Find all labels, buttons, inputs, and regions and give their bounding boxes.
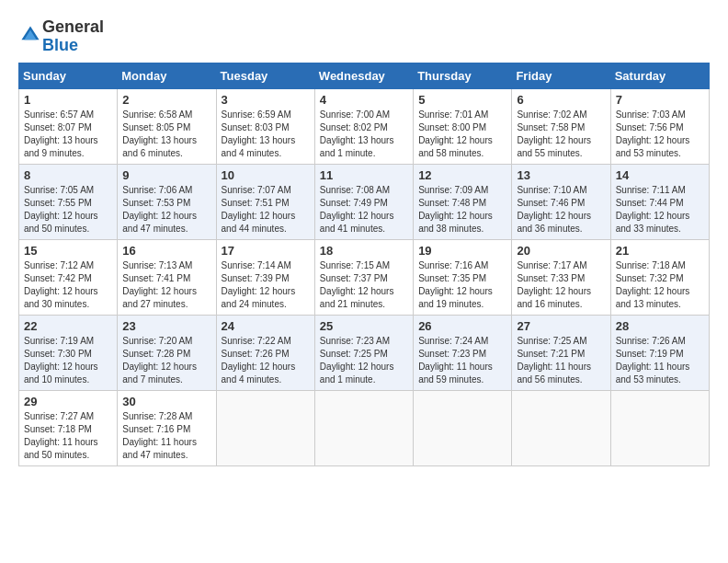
day-info: Sunrise: 6:58 AM Sunset: 8:05 PM Dayligh… (122, 109, 210, 160)
day-number: 23 (122, 319, 210, 333)
day-info: Sunrise: 7:03 AM Sunset: 7:56 PM Dayligh… (616, 109, 704, 160)
calendar-cell: 10Sunrise: 7:07 AM Sunset: 7:51 PM Dayli… (216, 164, 314, 239)
calendar-cell: 19Sunrise: 7:16 AM Sunset: 7:35 PM Dayli… (414, 239, 512, 315)
day-info: Sunrise: 7:08 AM Sunset: 7:49 PM Dayligh… (320, 184, 408, 236)
day-number: 11 (320, 168, 408, 182)
weekday-header-wednesday: Wednesday (314, 63, 413, 88)
day-number: 10 (222, 168, 310, 182)
weekday-header-row: SundayMondayTuesdayWednesdayThursdayFrid… (19, 63, 710, 88)
calendar-cell (216, 390, 314, 465)
weekday-header-thursday: Thursday (414, 63, 512, 88)
day-info: Sunrise: 7:28 AM Sunset: 7:16 PM Dayligh… (122, 410, 210, 462)
page-header: General Blue (18, 18, 710, 55)
day-info: Sunrise: 7:09 AM Sunset: 7:48 PM Dayligh… (418, 184, 506, 236)
day-info: Sunrise: 7:24 AM Sunset: 7:23 PM Dayligh… (418, 335, 506, 386)
day-info: Sunrise: 7:27 AM Sunset: 7:18 PM Dayligh… (24, 410, 112, 462)
calendar-cell: 5Sunrise: 7:01 AM Sunset: 8:00 PM Daylig… (414, 88, 512, 164)
calendar-week-row: 15Sunrise: 7:12 AM Sunset: 7:42 PM Dayli… (19, 239, 710, 315)
day-number: 3 (222, 93, 310, 107)
calendar-cell (610, 390, 709, 465)
day-info: Sunrise: 7:11 AM Sunset: 7:44 PM Dayligh… (616, 184, 704, 236)
day-number: 13 (517, 168, 605, 182)
day-info: Sunrise: 7:12 AM Sunset: 7:42 PM Dayligh… (24, 259, 112, 311)
day-number: 14 (616, 168, 704, 182)
day-info: Sunrise: 6:57 AM Sunset: 8:07 PM Dayligh… (24, 109, 112, 160)
calendar-week-row: 8Sunrise: 7:05 AM Sunset: 7:55 PM Daylig… (19, 164, 710, 239)
weekday-header-sunday: Sunday (19, 63, 118, 88)
calendar-cell (314, 390, 413, 465)
calendar-cell: 15Sunrise: 7:12 AM Sunset: 7:42 PM Dayli… (19, 239, 118, 315)
calendar-cell: 20Sunrise: 7:17 AM Sunset: 7:33 PM Dayli… (512, 239, 610, 315)
day-number: 18 (320, 244, 408, 258)
calendar-cell: 3Sunrise: 6:59 AM Sunset: 8:03 PM Daylig… (216, 88, 314, 164)
weekday-header-tuesday: Tuesday (216, 63, 314, 88)
day-number: 16 (122, 244, 210, 258)
calendar-cell: 26Sunrise: 7:24 AM Sunset: 7:23 PM Dayli… (414, 315, 512, 390)
day-number: 7 (616, 93, 704, 107)
day-number: 30 (122, 395, 210, 408)
calendar-week-row: 22Sunrise: 7:19 AM Sunset: 7:30 PM Dayli… (19, 315, 710, 390)
day-info: Sunrise: 7:14 AM Sunset: 7:39 PM Dayligh… (222, 259, 310, 311)
logo: General Blue (18, 18, 104, 55)
calendar-cell: 18Sunrise: 7:15 AM Sunset: 7:37 PM Dayli… (314, 239, 413, 315)
day-number: 17 (222, 244, 310, 258)
day-number: 6 (517, 93, 605, 107)
day-number: 12 (418, 168, 506, 182)
day-info: Sunrise: 7:26 AM Sunset: 7:19 PM Dayligh… (616, 335, 704, 386)
day-info: Sunrise: 7:10 AM Sunset: 7:46 PM Dayligh… (517, 184, 605, 236)
day-number: 26 (418, 319, 506, 333)
calendar-week-row: 1Sunrise: 6:57 AM Sunset: 8:07 PM Daylig… (19, 88, 710, 164)
day-number: 15 (24, 244, 112, 258)
calendar-cell: 12Sunrise: 7:09 AM Sunset: 7:48 PM Dayli… (414, 164, 512, 239)
day-number: 20 (517, 244, 605, 258)
calendar-cell: 2Sunrise: 6:58 AM Sunset: 8:05 PM Daylig… (118, 88, 216, 164)
calendar-cell: 17Sunrise: 7:14 AM Sunset: 7:39 PM Dayli… (216, 239, 314, 315)
day-info: Sunrise: 7:16 AM Sunset: 7:35 PM Dayligh… (418, 259, 506, 311)
day-info: Sunrise: 7:05 AM Sunset: 7:55 PM Dayligh… (24, 184, 112, 236)
day-number: 28 (616, 319, 704, 333)
calendar-week-row: 29Sunrise: 7:27 AM Sunset: 7:18 PM Dayli… (19, 390, 710, 465)
day-info: Sunrise: 7:20 AM Sunset: 7:28 PM Dayligh… (122, 335, 210, 386)
calendar-cell: 30Sunrise: 7:28 AM Sunset: 7:16 PM Dayli… (118, 390, 216, 465)
calendar-cell: 27Sunrise: 7:25 AM Sunset: 7:21 PM Dayli… (512, 315, 610, 390)
calendar-cell: 14Sunrise: 7:11 AM Sunset: 7:44 PM Dayli… (610, 164, 709, 239)
calendar-cell: 4Sunrise: 7:00 AM Sunset: 8:02 PM Daylig… (314, 88, 413, 164)
calendar-cell: 21Sunrise: 7:18 AM Sunset: 7:32 PM Dayli… (610, 239, 709, 315)
day-number: 9 (122, 168, 210, 182)
day-info: Sunrise: 7:00 AM Sunset: 8:02 PM Dayligh… (320, 109, 408, 160)
calendar-cell: 11Sunrise: 7:08 AM Sunset: 7:49 PM Dayli… (314, 164, 413, 239)
day-info: Sunrise: 7:22 AM Sunset: 7:26 PM Dayligh… (222, 335, 310, 386)
day-number: 8 (24, 168, 112, 182)
calendar-cell: 23Sunrise: 7:20 AM Sunset: 7:28 PM Dayli… (118, 315, 216, 390)
logo-text-general: General (42, 18, 104, 37)
day-number: 1 (24, 93, 112, 107)
day-info: Sunrise: 7:18 AM Sunset: 7:32 PM Dayligh… (616, 259, 704, 311)
logo-icon (20, 25, 40, 45)
calendar-cell (512, 390, 610, 465)
calendar-cell: 1Sunrise: 6:57 AM Sunset: 8:07 PM Daylig… (19, 88, 118, 164)
calendar-cell: 8Sunrise: 7:05 AM Sunset: 7:55 PM Daylig… (19, 164, 118, 239)
logo-text-blue: Blue (42, 37, 104, 55)
day-number: 24 (222, 319, 310, 333)
weekday-header-friday: Friday (512, 63, 610, 88)
calendar-cell: 6Sunrise: 7:02 AM Sunset: 7:58 PM Daylig… (512, 88, 610, 164)
day-info: Sunrise: 6:59 AM Sunset: 8:03 PM Dayligh… (222, 109, 310, 160)
day-info: Sunrise: 7:13 AM Sunset: 7:41 PM Dayligh… (122, 259, 210, 311)
weekday-header-saturday: Saturday (610, 63, 709, 88)
day-info: Sunrise: 7:19 AM Sunset: 7:30 PM Dayligh… (24, 335, 112, 386)
day-number: 4 (320, 93, 408, 107)
calendar-table: SundayMondayTuesdayWednesdayThursdayFrid… (18, 63, 710, 466)
day-info: Sunrise: 7:06 AM Sunset: 7:53 PM Dayligh… (122, 184, 210, 236)
day-number: 22 (24, 319, 112, 333)
calendar-cell: 9Sunrise: 7:06 AM Sunset: 7:53 PM Daylig… (118, 164, 216, 239)
calendar-cell: 16Sunrise: 7:13 AM Sunset: 7:41 PM Dayli… (118, 239, 216, 315)
calendar-cell: 24Sunrise: 7:22 AM Sunset: 7:26 PM Dayli… (216, 315, 314, 390)
day-info: Sunrise: 7:01 AM Sunset: 8:00 PM Dayligh… (418, 109, 506, 160)
day-number: 19 (418, 244, 506, 258)
day-number: 21 (616, 244, 704, 258)
day-info: Sunrise: 7:02 AM Sunset: 7:58 PM Dayligh… (517, 109, 605, 160)
day-info: Sunrise: 7:23 AM Sunset: 7:25 PM Dayligh… (320, 335, 408, 386)
day-number: 29 (24, 395, 112, 408)
day-info: Sunrise: 7:17 AM Sunset: 7:33 PM Dayligh… (517, 259, 605, 311)
calendar-cell: 7Sunrise: 7:03 AM Sunset: 7:56 PM Daylig… (610, 88, 709, 164)
